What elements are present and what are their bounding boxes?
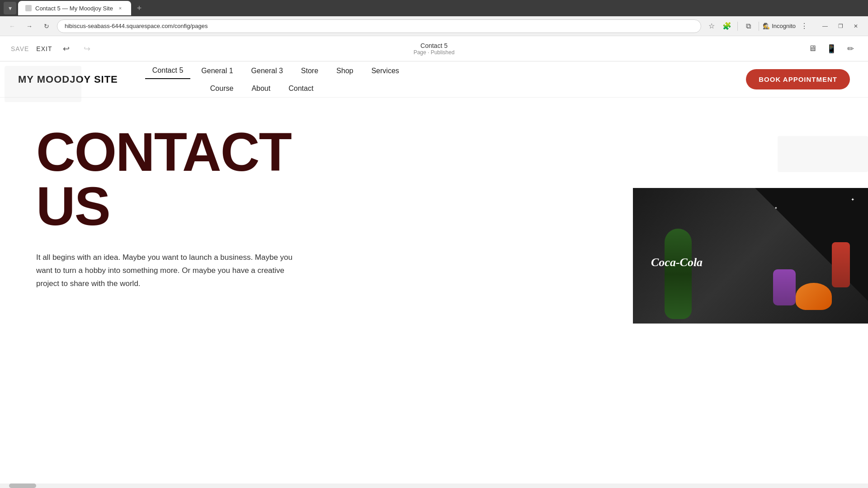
nav-link-store[interactable]: Store: [294, 63, 326, 79]
address-bar[interactable]: hibiscus-seabass-6444.squarespace.com/co…: [57, 19, 701, 33]
editor-bar-right: 🖥 📱 ✏: [767, 42, 857, 56]
browser-tab-bar: ▾ Contact 5 — My Moodjoy Site × +: [0, 0, 868, 16]
redo-button[interactable]: ↪: [80, 42, 94, 56]
undo-button[interactable]: ↩: [59, 42, 73, 56]
incognito-button[interactable]: 🕵 Incognito: [763, 23, 796, 29]
nav-link-contact[interactable]: Contact: [281, 81, 321, 96]
incognito-icon: 🕵: [763, 23, 770, 29]
tab-favicon: [25, 5, 32, 11]
editor-bar-left: SAVE EXIT ↩ ↪: [11, 42, 101, 56]
nav-link-shop[interactable]: Shop: [329, 63, 360, 79]
exit-button[interactable]: EXIT: [36, 45, 52, 52]
nav-link-course[interactable]: Course: [203, 81, 241, 96]
contact-heading: CONTACT US: [36, 125, 353, 233]
save-button[interactable]: SAVE: [11, 45, 29, 52]
heading-line1: CONTACT: [36, 125, 353, 179]
toolbar-divider: [737, 22, 738, 31]
heading-line2: US: [36, 179, 353, 233]
maximize-window-button[interactable]: ❐: [834, 19, 847, 33]
bottom-scrollbar[interactable]: [0, 483, 868, 488]
site-content: MY MOODJOY SITE Contact 5 General 1 Gene…: [0, 61, 868, 324]
desktop-view-button[interactable]: 🖥: [806, 42, 819, 56]
nav-row-1: Contact 5 General 1 General 3 Store Shop…: [145, 63, 746, 79]
hero-section: CONTACT US It all begins with an idea. M…: [0, 98, 868, 324]
book-appointment-button[interactable]: BOOK APPOINTMENT: [746, 69, 850, 89]
nav-row-2: Course About Contact: [145, 81, 746, 96]
nav-link-about[interactable]: About: [244, 81, 278, 96]
editor-page-status: Page · Published: [414, 49, 455, 56]
nav-link-services[interactable]: Services: [364, 63, 406, 79]
nav-link-contact5[interactable]: Contact 5: [145, 63, 190, 79]
tab-title: Contact 5 — My Moodjoy Site: [35, 5, 113, 12]
toolbar-divider-2: [759, 22, 759, 31]
back-button[interactable]: ←: [5, 19, 19, 33]
bottle-shape: [665, 229, 692, 319]
placeholder-box-1: [5, 66, 81, 102]
tab-close-button[interactable]: ×: [117, 5, 124, 12]
star-speck2: ✦: [774, 206, 778, 210]
scrollbar-thumb[interactable]: [9, 483, 36, 488]
window-button[interactable]: ⧉: [741, 19, 755, 33]
edit-button[interactable]: ✏: [844, 42, 857, 56]
nav-link-general1[interactable]: General 1: [194, 63, 240, 79]
editor-page-title: Contact 5: [420, 42, 448, 49]
url-text: hibiscus-seabass-6444.squarespace.com/co…: [65, 23, 208, 29]
extensions-button[interactable]: 🧩: [720, 19, 734, 33]
orange-object: [796, 283, 832, 310]
purple-object: [773, 269, 796, 305]
minimize-window-button[interactable]: —: [818, 19, 832, 33]
coca-cola-image: Coca-Cola ✦ ✦: [633, 188, 868, 324]
active-tab[interactable]: Contact 5 — My Moodjoy Site ×: [18, 1, 131, 15]
browser-toolbar: ← → ↻ hibiscus-seabass-6444.squarespace.…: [0, 16, 868, 36]
star-speck: ✦: [851, 197, 854, 202]
site-nav: MY MOODJOY SITE Contact 5 General 1 Gene…: [0, 61, 868, 98]
red-object: [832, 242, 850, 287]
editor-bar-center: Contact 5 Page · Published: [110, 42, 758, 56]
new-tab-button[interactable]: +: [133, 2, 146, 14]
editor-bar: SAVE EXIT ↩ ↪ Contact 5 Page · Published…: [0, 36, 868, 61]
side-image: Coca-Cola ✦ ✦: [633, 188, 868, 324]
menu-button[interactable]: ⋮: [797, 19, 811, 33]
forward-button[interactable]: →: [23, 19, 36, 33]
nav-links-wrapper: Contact 5 General 1 General 3 Store Shop…: [118, 63, 746, 96]
refresh-button[interactable]: ↻: [40, 19, 53, 33]
close-window-button[interactable]: ✕: [849, 19, 863, 33]
mobile-view-button[interactable]: 📱: [825, 42, 838, 56]
bookmark-button[interactable]: ☆: [705, 19, 718, 33]
hero-body-text: It all begins with an idea. Maybe you wa…: [36, 251, 298, 291]
coca-cola-logo-text: Coca-Cola: [651, 256, 703, 269]
nav-link-general3[interactable]: General 3: [244, 63, 290, 79]
toolbar-icons: ☆ 🧩 ⧉ 🕵 Incognito ⋮: [705, 19, 811, 33]
incognito-label: Incognito: [772, 23, 796, 29]
tab-switcher[interactable]: ▾: [4, 2, 16, 14]
